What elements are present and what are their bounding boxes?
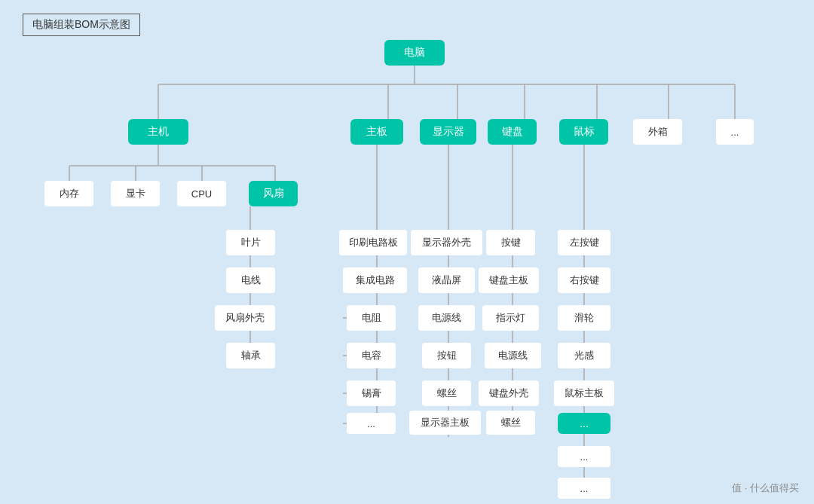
- node-ms-rbtn: 右按键: [558, 267, 610, 293]
- node-mon-screw: 螺丝: [422, 380, 471, 406]
- diagram-container: 电脑组装BOM示意图: [0, 0, 814, 504]
- diagram-title: 电脑组装BOM示意图: [23, 14, 140, 36]
- node-ms-board: 鼠标主板: [554, 380, 614, 406]
- node-mon-lcd: 液晶屏: [418, 267, 475, 293]
- node-mb-dots: ...: [347, 413, 396, 434]
- node-fan-wire: 电线: [226, 267, 275, 293]
- connector-lines: [0, 0, 814, 504]
- node-fan-shell: 风扇外壳: [215, 305, 275, 331]
- node-ms-dots-teal: ...: [558, 413, 610, 434]
- node-fan-blade: 叶片: [226, 230, 275, 255]
- node-mb-cap: 电容: [347, 343, 396, 368]
- node-mon-board: 显示器主板: [409, 411, 481, 435]
- node-motherboard: 主板: [350, 119, 403, 145]
- node-mb-ic: 集成电路: [343, 267, 407, 293]
- node-ms-wheel: 滑轮: [558, 305, 610, 331]
- node-root: 电脑: [384, 40, 445, 66]
- node-outer-box: 外箱: [633, 119, 682, 145]
- node-ms-dots2: ...: [558, 446, 610, 467]
- node-mouse: 鼠标: [559, 119, 608, 145]
- node-fan-bearing: 轴承: [226, 343, 275, 368]
- node-mon-btn: 按钮: [422, 343, 471, 368]
- node-mb-resistor: 电阻: [347, 305, 396, 331]
- node-mb-pcb: 印刷电路板: [339, 230, 407, 255]
- node-ram: 内存: [44, 181, 93, 206]
- node-ms-lbtn: 左按键: [558, 230, 610, 255]
- node-ms-optic: 光感: [558, 343, 610, 368]
- node-kb-shell: 键盘外壳: [479, 380, 539, 406]
- watermark: 值 · 什么值得买: [732, 481, 799, 495]
- node-cpu: CPU: [177, 181, 226, 206]
- node-host: 主机: [128, 119, 188, 145]
- node-fan: 风扇: [249, 181, 298, 206]
- node-dots-root: ...: [716, 119, 754, 145]
- node-mb-solder: 锡膏: [347, 380, 396, 406]
- node-kb-screw: 螺丝: [486, 411, 535, 435]
- node-mon-pwrcord: 电源线: [418, 305, 475, 331]
- node-monitor: 显示器: [420, 119, 476, 145]
- node-keyboard: 键盘: [488, 119, 537, 145]
- node-kb-key: 按键: [486, 230, 535, 255]
- node-gpu: 显卡: [111, 181, 160, 206]
- node-kb-pwrcord: 电源线: [485, 343, 541, 368]
- node-kb-led: 指示灯: [482, 305, 539, 331]
- node-ms-dots3: ...: [558, 478, 610, 499]
- node-kb-board: 键盘主板: [479, 267, 539, 293]
- node-mon-shell: 显示器外壳: [411, 230, 482, 255]
